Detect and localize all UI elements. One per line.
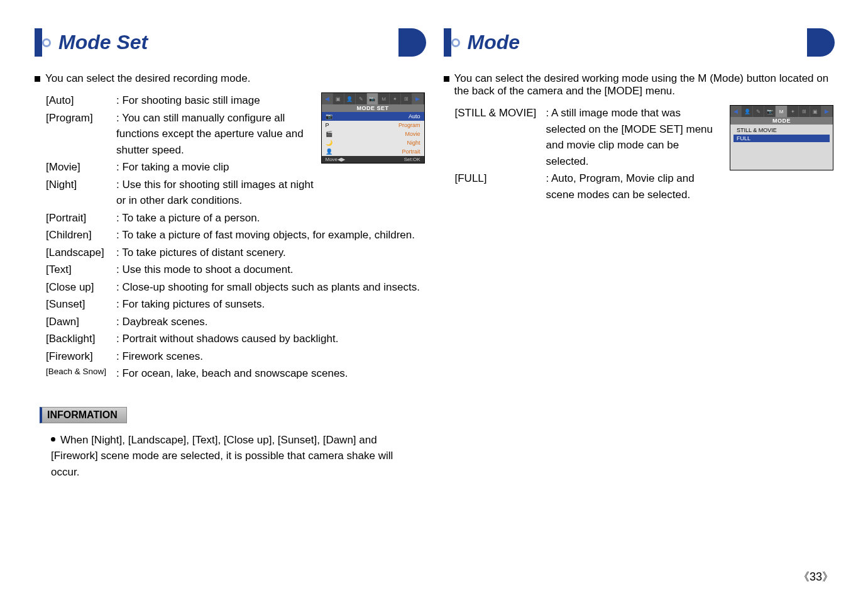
bullet-icon [451,38,460,47]
mode-desc: : Close-up shooting for small objects su… [116,279,425,296]
mode-row: [Landscape]: To take pictures of distant… [46,245,425,261]
mode-label: [Close up] [46,279,116,296]
mode-desc: : You can still manually configure all f… [116,110,315,158]
mode-label: [Program] [46,110,116,126]
menu-item-label: Program [347,122,420,128]
menu-option-selected: FULL [733,135,830,142]
menu-item-label: Movie [347,131,420,137]
menu-tab: ▣ [333,93,344,104]
intro-content: You can select the desired working mode … [454,72,834,97]
program-icon: P [326,122,347,128]
camera-menu-mode: ◀ 👤 ✎ 📷 M ✦ ⊞ ▣ ▶ MODE STILL & MOVIE FUL… [730,105,833,170]
mode-row: [Auto]: For shooting basic still image [46,92,315,109]
mode-row: [Close up]: Close-up shooting for small … [46,279,425,296]
mode-desc: : A still image mode that was selected o… [546,105,724,169]
mode-desc: : To take pictures of distant scenery. [116,245,425,261]
menu-tab: ⊞ [799,106,810,117]
menu-tab-active: 📷 [367,93,378,104]
mode-row: [Firework]: Firework scenes. [46,348,425,365]
mode-row: [Sunset]: For taking pictures of sunsets… [46,296,425,313]
mode-row: [Children]: To take a picture of fast mo… [46,227,425,243]
mode-desc: : Portrait without shadows caused by bac… [116,331,425,347]
square-bullet-icon [444,76,449,82]
tab-arrow-right-icon: ▶ [412,93,424,104]
menu-tab: 👤 [344,93,356,104]
mode-desc: : To take a picture of fast moving objec… [116,227,425,243]
information-text: When [Night], [Landscape], [Text], [Clos… [51,434,393,478]
mode-label: [Portrait] [46,210,116,226]
menu-option: STILL & MOVIE [733,126,830,134]
square-bullet-icon [35,76,40,82]
mode-label: [Beach & Snow] [46,365,116,378]
menu-foot-move: Move◀▶ [326,157,346,162]
menu-item-label: Portrait [347,148,420,155]
mode-row: [Movie]: For taking a movie clip [46,159,315,175]
camera-icon: 📷 [326,113,347,119]
page-number: 《33》 [798,569,833,584]
menu-title: MODE SET [322,104,424,112]
menu-item-label: Auto [347,113,420,119]
section-header-mode-set: Mode Set [35,28,425,57]
mode-row: [FULL]: Auto, Program, Movie clip and sc… [455,170,724,203]
mode-label: [Children] [46,227,116,243]
mode-label: [Night] [46,177,116,193]
mode-desc: : For shooting basic still image [116,92,315,109]
menu-item: 📷 Auto [322,112,424,121]
menu-item: 👤 Portrait [322,147,424,156]
menu-item: 🌙 Night [322,138,424,147]
menu-tab: ⊞ [401,93,412,104]
menu-tab: 👤 [742,106,753,117]
menu-item: 🎬 Movie [322,130,424,138]
mode-desc: : Use this for shooting still images at … [116,177,315,209]
mode-desc: : Auto, Program, Movie clip and scene mo… [546,170,724,203]
menu-tab: ✎ [356,93,367,104]
mode-label: [Firework] [46,348,116,365]
mode-row: [Dawn]: Daybreak scenes. [46,314,425,330]
mode-label: [Movie] [46,159,116,175]
mode-desc: : Firework scenes. [116,348,425,365]
mode-desc: : To take a picture of a person. [116,210,425,226]
menu-tab: 📷 [764,106,776,117]
mode-row: [Backlight]: Portrait without shadows ca… [46,331,425,347]
menu-tab: ✦ [788,106,799,117]
mode-row: [STILL & MOVIE]: A still image mode that… [455,105,724,169]
intro-text: You can select the desired working mode … [444,72,834,97]
intro-text: You can select the desired recording mod… [35,72,425,85]
menu-tab: ▣ [810,106,821,117]
portrait-icon: 👤 [326,148,347,155]
information-box: INFORMATION When [Night], [Landscape], [… [40,407,425,487]
bullet-dot-icon [51,437,55,442]
mode-label: [FULL] [455,170,546,187]
bullet-icon [42,38,51,47]
menu-item: P Program [322,121,424,130]
mode-label: [Text] [46,262,116,278]
mode-label: [Sunset] [46,296,116,313]
menu-tab: ✎ [753,106,764,117]
mode-row: [Program]: You can still manually config… [46,110,315,158]
mode-row: [Night]: Use this for shooting still ima… [46,177,315,209]
menu-tab: ✦ [390,93,401,104]
menu-tab-active: M [776,106,787,117]
mode-row: [Portrait]: To take a picture of a perso… [46,210,425,226]
section-header-mode: Mode [444,28,834,57]
mode-row: [Beach & Snow]: For ocean, lake, beach a… [46,365,425,382]
mode-desc: : For ocean, lake, beach and snowscape s… [116,365,425,382]
mode-row: [Text]: Use this mode to shoot a documen… [46,262,425,278]
section-title: Mode [468,31,520,54]
mode-label: [Landscape] [46,245,116,261]
movie-icon: 🎬 [326,131,347,137]
intro-content: You can select the desired recording mod… [45,72,250,85]
menu-foot-set: Set:OK [404,157,420,162]
mode-desc: : Use this mode to shoot a document. [116,262,425,278]
information-header: INFORMATION [40,407,127,423]
mode-desc: : For taking a movie clip [116,159,315,175]
menu-tab: M [378,93,390,104]
tab-arrow-left-icon: ◀ [322,93,333,104]
mode-desc: : Daybreak scenes. [116,314,425,330]
mode-label: [Auto] [46,92,116,109]
mode-label: [Backlight] [46,331,116,347]
mode-label: [STILL & MOVIE] [455,105,546,121]
menu-item-label: Night [347,140,420,146]
tab-arrow-left-icon: ◀ [730,106,742,117]
section-title: Mode Set [58,31,148,54]
